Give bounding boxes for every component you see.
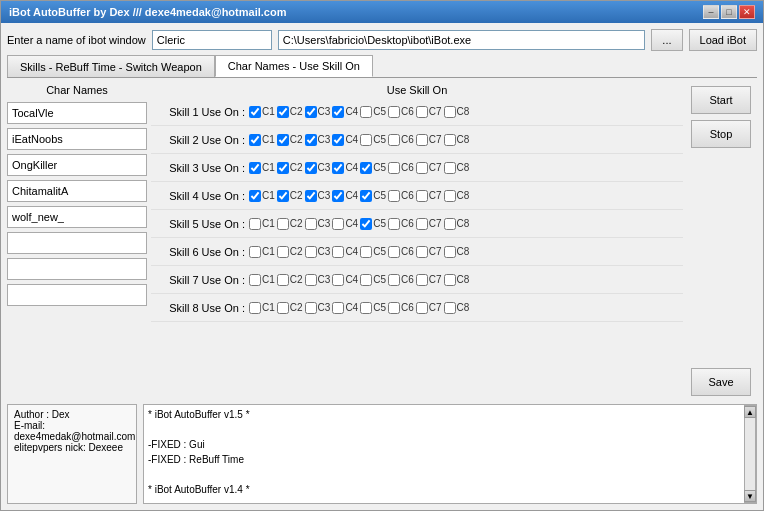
checkbox-input-s3c8[interactable] xyxy=(444,162,456,174)
scroll-up-button[interactable]: ▲ xyxy=(744,406,756,418)
checkbox-s8c1[interactable]: C1 xyxy=(249,302,275,314)
checkbox-input-s6c5[interactable] xyxy=(360,246,372,258)
minimize-button[interactable]: – xyxy=(703,5,719,19)
checkbox-s2c1[interactable]: C1 xyxy=(249,134,275,146)
checkbox-s4c1[interactable]: C1 xyxy=(249,190,275,202)
checkbox-s7c7[interactable]: C7 xyxy=(416,274,442,286)
checkbox-s5c2[interactable]: C2 xyxy=(277,218,303,230)
checkbox-input-s8c6[interactable] xyxy=(388,302,400,314)
checkbox-s6c1[interactable]: C1 xyxy=(249,246,275,258)
checkbox-s1c6[interactable]: C6 xyxy=(388,106,414,118)
window-name-input[interactable] xyxy=(152,30,272,50)
checkbox-input-s8c3[interactable] xyxy=(305,302,317,314)
checkbox-s6c8[interactable]: C8 xyxy=(444,246,470,258)
checkbox-s7c8[interactable]: C8 xyxy=(444,274,470,286)
scrollbar[interactable]: ▲ ▼ xyxy=(744,405,756,503)
checkbox-input-s3c3[interactable] xyxy=(305,162,317,174)
checkbox-input-s4c3[interactable] xyxy=(305,190,317,202)
checkbox-s3c4[interactable]: C4 xyxy=(332,162,358,174)
checkbox-input-s3c4[interactable] xyxy=(332,162,344,174)
checkbox-input-s8c8[interactable] xyxy=(444,302,456,314)
checkbox-s3c5[interactable]: C5 xyxy=(360,162,386,174)
checkbox-s6c2[interactable]: C2 xyxy=(277,246,303,258)
checkbox-s1c5[interactable]: C5 xyxy=(360,106,386,118)
checkbox-input-s2c1[interactable] xyxy=(249,134,261,146)
checkbox-input-s6c1[interactable] xyxy=(249,246,261,258)
checkbox-s5c8[interactable]: C8 xyxy=(444,218,470,230)
checkbox-s8c7[interactable]: C7 xyxy=(416,302,442,314)
checkbox-s2c8[interactable]: C8 xyxy=(444,134,470,146)
checkbox-input-s1c1[interactable] xyxy=(249,106,261,118)
log-area[interactable]: * iBot AutoBuffer v1.5 * -FIXED : Gui-FI… xyxy=(144,405,744,503)
checkbox-s8c3[interactable]: C3 xyxy=(305,302,331,314)
checkbox-s6c6[interactable]: C6 xyxy=(388,246,414,258)
checkbox-input-s8c1[interactable] xyxy=(249,302,261,314)
checkbox-input-s3c6[interactable] xyxy=(388,162,400,174)
checkbox-s8c5[interactable]: C5 xyxy=(360,302,386,314)
checkbox-input-s8c7[interactable] xyxy=(416,302,428,314)
checkbox-input-s3c2[interactable] xyxy=(277,162,289,174)
checkbox-input-s3c5[interactable] xyxy=(360,162,372,174)
checkbox-input-s3c7[interactable] xyxy=(416,162,428,174)
tab-char-names[interactable]: Char Names - Use Skill On xyxy=(215,55,373,77)
char-name-5[interactable] xyxy=(7,232,147,254)
stop-button[interactable]: Stop xyxy=(691,120,751,148)
checkbox-s6c4[interactable]: C4 xyxy=(332,246,358,258)
char-name-2[interactable] xyxy=(7,154,147,176)
checkbox-input-s1c3[interactable] xyxy=(305,106,317,118)
checkbox-input-s5c5[interactable] xyxy=(360,218,372,230)
checkbox-input-s1c4[interactable] xyxy=(332,106,344,118)
checkbox-input-s6c4[interactable] xyxy=(332,246,344,258)
checkbox-s1c4[interactable]: C4 xyxy=(332,106,358,118)
checkbox-input-s1c6[interactable] xyxy=(388,106,400,118)
checkbox-input-s7c4[interactable] xyxy=(332,274,344,286)
checkbox-s3c2[interactable]: C2 xyxy=(277,162,303,174)
load-ibot-button[interactable]: Load iBot xyxy=(689,29,757,51)
checkbox-s4c7[interactable]: C7 xyxy=(416,190,442,202)
checkbox-input-s2c5[interactable] xyxy=(360,134,372,146)
checkbox-input-s4c4[interactable] xyxy=(332,190,344,202)
checkbox-s5c3[interactable]: C3 xyxy=(305,218,331,230)
checkbox-s3c1[interactable]: C1 xyxy=(249,162,275,174)
checkbox-input-s8c2[interactable] xyxy=(277,302,289,314)
browse-button[interactable]: ... xyxy=(651,29,682,51)
checkbox-s7c4[interactable]: C4 xyxy=(332,274,358,286)
checkbox-s5c1[interactable]: C1 xyxy=(249,218,275,230)
checkbox-input-s7c5[interactable] xyxy=(360,274,372,286)
char-name-7[interactable] xyxy=(7,284,147,306)
checkbox-input-s2c8[interactable] xyxy=(444,134,456,146)
checkbox-input-s7c3[interactable] xyxy=(305,274,317,286)
checkbox-input-s1c5[interactable] xyxy=(360,106,372,118)
checkbox-input-s7c1[interactable] xyxy=(249,274,261,286)
checkbox-input-s2c4[interactable] xyxy=(332,134,344,146)
checkbox-input-s5c4[interactable] xyxy=(332,218,344,230)
checkbox-input-s4c1[interactable] xyxy=(249,190,261,202)
checkbox-s7c5[interactable]: C5 xyxy=(360,274,386,286)
checkbox-input-s4c6[interactable] xyxy=(388,190,400,202)
checkbox-s3c8[interactable]: C8 xyxy=(444,162,470,174)
checkbox-input-s8c5[interactable] xyxy=(360,302,372,314)
checkbox-input-s5c1[interactable] xyxy=(249,218,261,230)
checkbox-input-s5c3[interactable] xyxy=(305,218,317,230)
checkbox-s7c2[interactable]: C2 xyxy=(277,274,303,286)
checkbox-input-s4c7[interactable] xyxy=(416,190,428,202)
start-button[interactable]: Start xyxy=(691,86,751,114)
checkbox-s7c3[interactable]: C3 xyxy=(305,274,331,286)
checkbox-s1c3[interactable]: C3 xyxy=(305,106,331,118)
checkbox-s8c2[interactable]: C2 xyxy=(277,302,303,314)
checkbox-s6c7[interactable]: C7 xyxy=(416,246,442,258)
checkbox-s4c3[interactable]: C3 xyxy=(305,190,331,202)
tab-skills[interactable]: Skills - ReBuff Time - Switch Weapon xyxy=(7,55,215,77)
char-name-4[interactable] xyxy=(7,206,147,228)
checkbox-s1c1[interactable]: C1 xyxy=(249,106,275,118)
checkbox-input-s6c8[interactable] xyxy=(444,246,456,258)
checkbox-s2c4[interactable]: C4 xyxy=(332,134,358,146)
char-name-3[interactable] xyxy=(7,180,147,202)
scroll-down-button[interactable]: ▼ xyxy=(744,490,756,502)
checkbox-input-s5c7[interactable] xyxy=(416,218,428,230)
close-button[interactable]: ✕ xyxy=(739,5,755,19)
checkbox-input-s7c6[interactable] xyxy=(388,274,400,286)
checkbox-s6c5[interactable]: C5 xyxy=(360,246,386,258)
checkbox-s5c7[interactable]: C7 xyxy=(416,218,442,230)
checkbox-input-s2c2[interactable] xyxy=(277,134,289,146)
